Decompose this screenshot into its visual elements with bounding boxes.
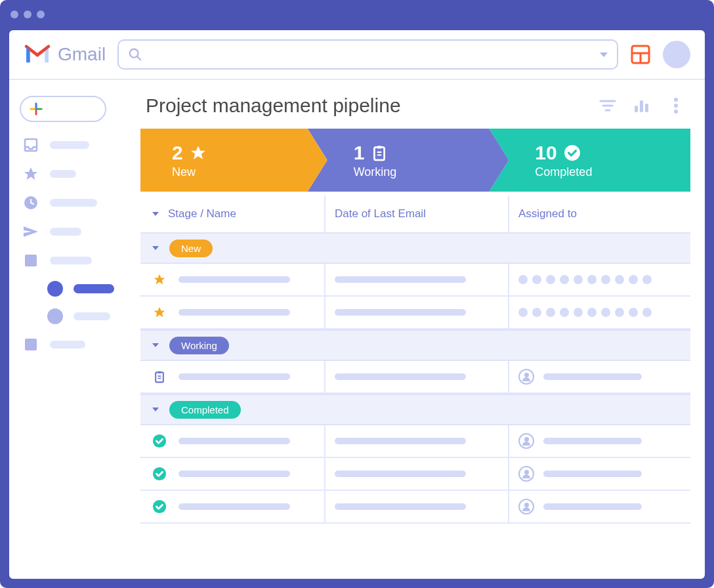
search-input[interactable]	[142, 49, 600, 60]
chevron-down-icon	[152, 343, 159, 347]
star-icon	[190, 144, 207, 161]
svg-point-21	[674, 110, 678, 114]
app-name: Gmail	[58, 44, 106, 65]
group-pill-new: New	[169, 240, 213, 257]
sidebar-item-snoozed[interactable]	[20, 194, 130, 211]
table-row[interactable]	[140, 425, 690, 458]
compose-button[interactable]	[20, 96, 106, 122]
assigned-placeholder	[543, 373, 642, 380]
person-icon	[518, 499, 534, 514]
sidebar-subitem[interactable]	[47, 308, 130, 324]
avatar[interactable]	[663, 41, 690, 68]
stage-label: New	[172, 165, 327, 179]
sidebar-item-drafts[interactable]	[20, 252, 130, 269]
clock-icon	[22, 194, 39, 211]
table-row[interactable]	[140, 361, 690, 394]
sidebar-item-inbox[interactable]	[20, 136, 130, 154]
inbox-icon	[22, 136, 39, 154]
star-icon[interactable]	[152, 305, 167, 320]
label-dot-icon	[47, 308, 63, 324]
check-circle-icon[interactable]	[152, 499, 167, 514]
chevron-down-icon	[152, 408, 159, 411]
assigned-dots	[518, 308, 652, 317]
check-circle-icon[interactable]	[152, 467, 167, 481]
filter-icon[interactable]	[598, 96, 617, 115]
check-circle-icon[interactable]	[152, 434, 167, 448]
stage-count: 10	[535, 142, 556, 164]
svg-rect-16	[635, 106, 638, 112]
sidebar-label-placeholder	[74, 312, 110, 320]
gmail-logo[interactable]: Gmail	[24, 44, 106, 65]
table-row[interactable]	[140, 297, 690, 329]
name-placeholder	[178, 471, 290, 477]
layout-switch-icon[interactable]	[630, 44, 651, 65]
window-control-close[interactable]	[10, 10, 18, 18]
sidebar-item-more[interactable]	[20, 336, 130, 353]
plus-icon	[29, 102, 43, 116]
svg-rect-17	[640, 100, 643, 112]
sidebar-label-placeholder	[50, 141, 89, 149]
sidebar-label-placeholder	[74, 284, 114, 293]
svg-rect-12	[25, 339, 37, 350]
table-row[interactable]	[140, 491, 690, 524]
table-header: Stage / Name Date of Last Email Assigned…	[140, 196, 690, 232]
date-placeholder	[335, 373, 466, 380]
name-placeholder	[178, 503, 290, 510]
search-icon	[128, 47, 142, 62]
main-panel: Project management pipeline 2	[140, 80, 705, 579]
window-control-max[interactable]	[37, 10, 45, 18]
sidebar-item-sent[interactable]	[20, 223, 130, 240]
check-circle-icon	[564, 144, 581, 161]
sidebar-label-placeholder	[50, 257, 92, 264]
table-row[interactable]	[140, 264, 690, 297]
svg-line-1	[137, 56, 141, 60]
app-chrome: Gmail	[8, 29, 706, 580]
stage-label: Completed	[535, 165, 690, 179]
header: Gmail	[9, 30, 705, 80]
column-stage-name[interactable]: Stage / Name	[168, 207, 236, 220]
sidebar-label-placeholder	[50, 199, 97, 207]
group-header-new[interactable]: New	[140, 232, 690, 264]
stage-completed[interactable]: 10 Completed	[489, 129, 690, 192]
label-dot-icon	[47, 281, 63, 297]
main-header: Project management pipeline	[140, 94, 690, 129]
column-assigned[interactable]: Assigned to	[518, 207, 577, 220]
assigned-dots	[518, 275, 652, 284]
app-window: Gmail	[0, 0, 714, 588]
sidebar-label-placeholder	[50, 228, 81, 236]
name-placeholder	[178, 276, 290, 283]
svg-point-20	[674, 104, 678, 108]
sort-icon[interactable]	[152, 212, 159, 216]
stage-working[interactable]: 1 Working	[308, 129, 509, 192]
more-vert-icon[interactable]	[667, 96, 685, 115]
window-control-min[interactable]	[24, 10, 32, 18]
star-icon[interactable]	[152, 272, 167, 287]
search-dropdown-icon[interactable]	[600, 52, 608, 57]
chevron-down-icon	[152, 246, 159, 250]
table-row[interactable]	[140, 458, 690, 491]
stop-icon	[22, 252, 39, 269]
sidebar-subitem-active[interactable]	[47, 281, 130, 297]
sidebar-list	[20, 136, 130, 353]
person-icon	[518, 433, 534, 449]
bar-chart-icon[interactable]	[633, 96, 651, 115]
group-header-working[interactable]: Working	[140, 329, 690, 361]
name-placeholder	[178, 438, 290, 444]
svg-point-19	[674, 98, 678, 102]
svg-rect-18	[645, 104, 648, 112]
sidebar-label-placeholder	[50, 341, 85, 348]
person-icon	[518, 466, 534, 482]
assigned-placeholder	[543, 471, 642, 477]
stage-new[interactable]: 2 New	[140, 129, 327, 192]
column-date[interactable]: Date of Last Email	[335, 207, 426, 220]
sidebar-sublist	[20, 281, 130, 324]
search-box[interactable]	[117, 39, 618, 70]
sidebar-item-starred[interactable]	[20, 165, 130, 182]
group-pill-working: Working	[169, 337, 229, 354]
group-header-completed[interactable]: Completed	[140, 394, 690, 425]
clipboard-icon[interactable]	[152, 369, 167, 384]
sidebar-label-placeholder	[50, 170, 76, 178]
name-placeholder	[178, 373, 290, 380]
name-placeholder	[178, 309, 290, 316]
stop-icon	[22, 336, 39, 353]
